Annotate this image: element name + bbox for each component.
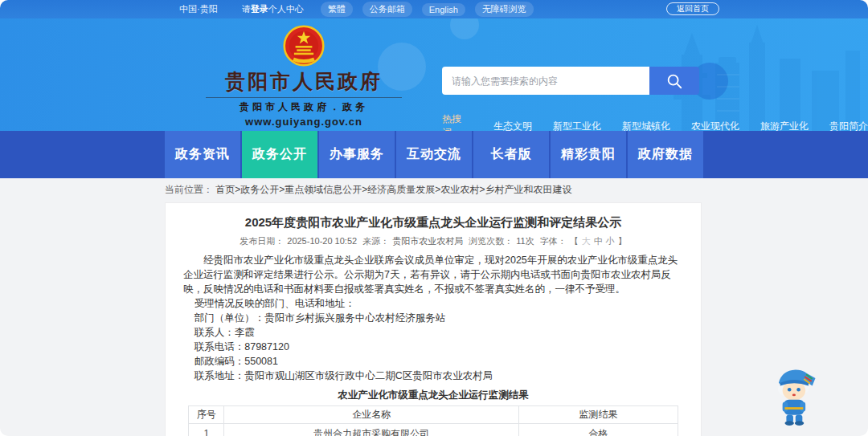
top-utility-bar: 中国·贵阳请登录个人中心繁體公务邮箱English无障碍浏览 返回首页: [0, 0, 868, 18]
source: 贵阳市农业农村局: [392, 236, 463, 246]
bokeh-decoration: [450, 18, 479, 39]
breadcrumb-label: 当前位置：: [165, 184, 213, 195]
bracket: 】: [618, 236, 627, 246]
nav-item-default[interactable]: 长者版: [473, 131, 549, 178]
national-emblem-icon: [283, 25, 325, 67]
topbar-item[interactable]: 繁體: [321, 2, 353, 17]
search-input[interactable]: [442, 67, 649, 95]
views: 11次: [516, 236, 534, 246]
return-home-button[interactable]: 返回首页: [666, 2, 719, 15]
mascot-assistant[interactable]: [762, 360, 823, 429]
table-row: 1贵州合力超市采购有限公司合格: [189, 424, 678, 436]
topbar-links: 中国·贵阳请登录个人中心繁體公务邮箱English无障碍浏览: [172, 2, 534, 17]
site-logo[interactable]: 贵阳市人民政府 贵阳市人民政府．政务 www.guiyang.gov.cn: [191, 25, 416, 128]
nav-list: 政务资讯政务公开办事服务互动交流长者版精彩贵阳政府数据: [165, 131, 703, 178]
article-paragraph: 部门（单位）：贵阳市乡村振兴服务中心农村经济服务站: [183, 311, 683, 325]
article-meta: 发布日期：2025-10-20 10:52 来源：贵阳市农业农村局 浏览次数：1…: [183, 235, 683, 247]
main-navigation: 政务资讯政务公开办事服务互动交流长者版精彩贵阳政府数据: [0, 131, 868, 178]
site-name: 贵阳市人民政府: [191, 68, 416, 95]
hot-search-link[interactable]: 生态文明: [493, 120, 532, 132]
search-bar: [442, 67, 699, 95]
article-card: 2025年度贵阳市农业产业化市级重点龙头企业运行监测和评定结果公示 发布日期：2…: [165, 202, 702, 436]
article-title: 2025年度贵阳市农业产业化市级重点龙头企业运行监测和评定结果公示: [183, 214, 683, 230]
publish-date-label: 发布日期：: [240, 236, 284, 246]
views-label: 浏览次数：: [469, 236, 513, 246]
article-paragraph: 联系地址：贵阳市观山湖区市级行政中心二期C区贵阳市农业农村局: [183, 369, 683, 383]
search-icon: [665, 72, 683, 90]
site-url: www.guiyang.gov.cn: [191, 116, 416, 128]
hot-search-link[interactable]: 新型工业化: [553, 120, 601, 132]
font-size-label: 字体：: [540, 236, 567, 246]
nav-item-default[interactable]: 政务资讯: [165, 131, 240, 178]
page: 中国·贵阳请登录个人中心繁體公务邮箱English无障碍浏览 返回首页: [0, 0, 868, 436]
bracket: 【: [570, 236, 579, 246]
hot-search-links: 生态文明新型工业化新型城镇化农业现代化旅游产业化贵阳简介: [493, 120, 868, 132]
hot-search-link[interactable]: 旅游产业化: [760, 120, 809, 132]
site-subtitle: 贵阳市人民政府．政务: [191, 100, 416, 114]
site-banner: 贵阳市人民政府 贵阳市人民政府．政务 www.guiyang.gov.cn 热搜…: [0, 18, 868, 131]
monitoring-result-table: 序号 企业名称 监测结果 1贵州合力超市采购有限公司合格2贵州友禾种业有限公司合…: [188, 405, 678, 436]
hot-search-link[interactable]: 农业现代化: [691, 120, 739, 132]
table-caption: 农业产业化市级重点龙头企业运行监测结果: [183, 389, 683, 402]
hot-search-row: 热搜词： 生态文明新型工业化新型城镇化农业现代化旅游产业化贵阳简介: [442, 112, 868, 131]
nav-item-default[interactable]: 互动交流: [396, 131, 472, 178]
divider: [206, 97, 402, 98]
table-cell: 合格: [519, 424, 678, 436]
font-size-small-button[interactable]: 小: [606, 236, 615, 246]
breadcrumb-path[interactable]: 首页>政务公开>重点领域信息公开>经济高质量发展>农业农村>乡村产业和农田建设: [215, 184, 571, 195]
nav-item-default[interactable]: 精彩贵阳: [551, 131, 626, 178]
article-paragraph: 受理情况反映的部门、电话和地址：: [183, 296, 683, 311]
font-size-large-button[interactable]: 大: [582, 236, 591, 246]
article-body: 经贵阳市农业产业化市级重点龙头企业联席会议成员单位审定，现对2025年开展的农业…: [183, 253, 683, 383]
breadcrumb: 当前位置： 首页>政务公开>重点领域信息公开>经济高质量发展>农业农村>乡村产业…: [165, 183, 571, 197]
article-paragraph: 联系人：李霞: [183, 325, 683, 340]
article-paragraph: 联系电话：87987120: [183, 340, 683, 354]
hot-search-label: 热搜词：: [442, 112, 474, 131]
topbar-item[interactable]: English: [422, 3, 465, 16]
nav-item-default[interactable]: 办事服务: [319, 131, 395, 178]
column-header-no: 序号: [189, 406, 224, 424]
topbar-item[interactable]: 公务邮箱: [362, 2, 412, 17]
table-header-row: 序号 企业名称 监测结果: [189, 406, 678, 424]
hot-search-link[interactable]: 新型城镇化: [622, 120, 670, 132]
topbar-item[interactable]: 中国·贵阳: [172, 2, 225, 17]
article-paragraph: 经贵阳市农业产业化市级重点龙头企业联席会议成员单位审定，现对2025年开展的农业…: [183, 253, 683, 296]
publish-date: 2025-10-20 10:52: [287, 236, 357, 246]
nav-item-active[interactable]: 政务公开: [242, 131, 317, 178]
column-header-company: 企业名称: [224, 406, 519, 424]
column-header-result: 监测结果: [519, 406, 678, 424]
search-button[interactable]: [649, 67, 699, 95]
nav-item-default[interactable]: 政府数据: [628, 131, 703, 178]
table-cell: 1: [189, 424, 224, 436]
source-label: 来源：: [362, 236, 389, 246]
font-size-medium-button[interactable]: 中: [594, 236, 603, 246]
article-paragraph: 邮政编码：550081: [183, 354, 683, 369]
table-cell: 贵州合力超市采购有限公司: [224, 424, 519, 436]
topbar-item[interactable]: 无障碍浏览: [475, 2, 534, 17]
hot-search-link[interactable]: 贵阳简介: [829, 120, 868, 132]
topbar-item[interactable]: 请登录个人中心: [235, 2, 311, 17]
